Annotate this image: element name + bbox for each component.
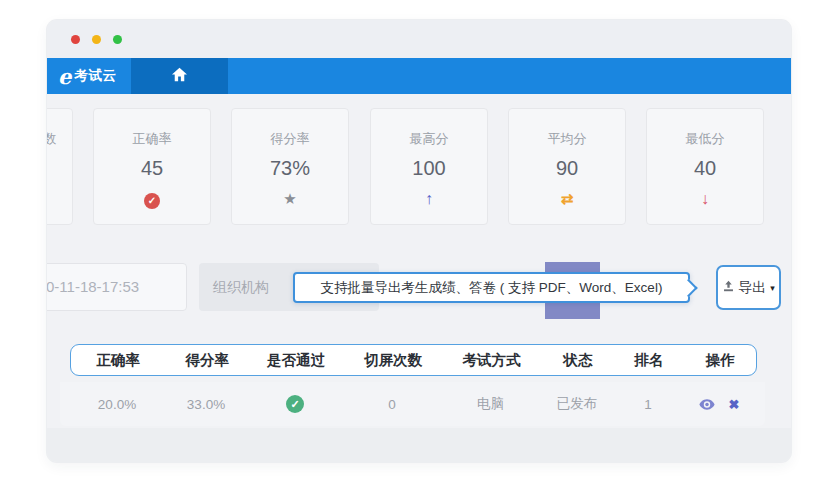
stat-card-correct-rate: 正确率 45 ✓ bbox=[93, 108, 211, 225]
stat-label: 正确率 bbox=[94, 130, 210, 148]
export-button-label: 导出 bbox=[738, 279, 766, 297]
header-actions: 操作 bbox=[682, 351, 758, 370]
cell-correct-rate: 20.0% bbox=[70, 397, 164, 412]
delete-x-icon[interactable]: ✖ bbox=[729, 397, 740, 412]
double-arrow-icon: ⇄ bbox=[509, 190, 625, 208]
home-tab[interactable] bbox=[131, 58, 228, 94]
stat-card-score-rate: 得分率 73% ★ bbox=[231, 108, 349, 225]
check-circle-icon: ✓ bbox=[94, 190, 210, 208]
stat-value: 90 bbox=[509, 157, 625, 180]
stat-card-max-score: 最高分 100 ↑ bbox=[370, 108, 488, 225]
window-footer bbox=[47, 428, 791, 462]
stat-value: 40 bbox=[647, 157, 763, 180]
header-passed: 是否通过 bbox=[249, 351, 343, 370]
stat-value: 73% bbox=[232, 157, 348, 180]
stat-label: 得分率 bbox=[232, 130, 348, 148]
cell-status: 已发布 bbox=[539, 395, 615, 413]
export-button[interactable]: 导出 ▾ bbox=[716, 265, 781, 310]
cell-screen-switches: 0 bbox=[342, 397, 442, 412]
date-range-input[interactable]: 0-11-18-17:53 bbox=[47, 263, 187, 311]
cell-exam-method: 电脑 bbox=[442, 395, 539, 413]
logo-text: 考试云 bbox=[74, 67, 116, 85]
header-score-rate: 得分率 bbox=[165, 351, 249, 370]
view-detail-icon[interactable] bbox=[699, 399, 715, 410]
cell-rank: 1 bbox=[615, 397, 681, 412]
stat-value: 100 bbox=[371, 157, 487, 180]
header-exam-method: 考试方式 bbox=[443, 351, 540, 370]
arrow-up-icon: ↑ bbox=[371, 190, 487, 208]
stat-card-min-score: 最低分 40 ↓ bbox=[646, 108, 764, 225]
stat-card-avg-score: 平均分 90 ⇄ bbox=[508, 108, 626, 225]
stat-label: 最高分 bbox=[371, 130, 487, 148]
export-tooltip-text: 支持批量导出考生成绩、答卷 ( 支持 PDF、Word、Excel) bbox=[321, 279, 663, 297]
close-window-button[interactable] bbox=[71, 35, 80, 44]
chevron-down-icon: ▾ bbox=[770, 283, 775, 293]
app-window: e 考试云 数 正确率 45 ✓ 得分率 73% ★ 最高分 100 bbox=[47, 20, 791, 462]
export-tooltip: 支持批量导出考生成绩、答卷 ( 支持 PDF、Word、Excel) bbox=[293, 272, 690, 303]
stat-label: 平均分 bbox=[509, 130, 625, 148]
logo-e-icon: e bbox=[58, 66, 71, 87]
stat-card-clipped: 数 bbox=[47, 108, 73, 225]
pass-check-icon: ✓ bbox=[286, 395, 304, 413]
stat-label: 数 bbox=[47, 130, 72, 148]
app-logo: e 考试云 bbox=[47, 58, 131, 94]
star-icon: ★ bbox=[232, 190, 348, 208]
home-icon bbox=[171, 67, 188, 86]
window-titlebar bbox=[47, 20, 791, 58]
table-header-row: 正确率 得分率 是否通过 切屏次数 考试方式 状态 排名 操作 bbox=[70, 344, 757, 376]
top-navbar: e 考试云 bbox=[47, 58, 791, 94]
header-screen-switches: 切屏次数 bbox=[343, 351, 443, 370]
tooltip-arrow bbox=[679, 278, 697, 296]
header-status: 状态 bbox=[540, 351, 616, 370]
minimize-window-button[interactable] bbox=[92, 35, 101, 44]
upload-icon bbox=[722, 280, 735, 296]
arrow-down-icon: ↓ bbox=[647, 190, 763, 208]
header-correct-rate: 正确率 bbox=[71, 351, 165, 370]
stat-label: 最低分 bbox=[647, 130, 763, 148]
cell-passed: ✓ bbox=[248, 395, 342, 413]
screenshot-stage: e 考试云 数 正确率 45 ✓ 得分率 73% ★ 最高分 100 bbox=[0, 0, 819, 487]
header-rank: 排名 bbox=[616, 351, 682, 370]
stat-value: 45 bbox=[94, 157, 210, 180]
cell-score-rate: 33.0% bbox=[164, 397, 248, 412]
maximize-window-button[interactable] bbox=[113, 35, 122, 44]
table-row: 20.0% 33.0% ✓ 0 电脑 已发布 1 ✖ bbox=[60, 382, 765, 426]
cell-actions: ✖ bbox=[681, 397, 757, 412]
